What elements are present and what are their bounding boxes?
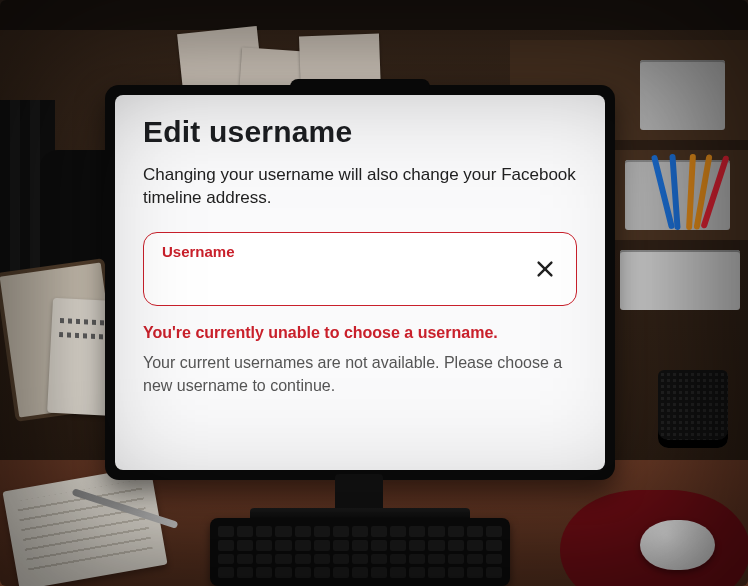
error-message: Your current usernames are not available… <box>143 352 573 397</box>
paper-stack <box>620 250 740 310</box>
dialog-title: Edit username <box>143 115 577 149</box>
username-input[interactable] <box>162 267 518 295</box>
dialog-subtitle: Changing your username will also change … <box>143 163 577 210</box>
pen-cup <box>658 370 728 448</box>
paper-stack <box>640 60 725 130</box>
monitor-notch <box>290 79 430 91</box>
edit-username-dialog: Edit username Changing your username wil… <box>115 95 605 470</box>
monitor: Edit username Changing your username wil… <box>105 85 615 480</box>
screen: Edit username Changing your username wil… <box>115 95 605 470</box>
username-label: Username <box>162 243 518 260</box>
close-icon <box>534 258 556 280</box>
error-title: You're currently unable to choose a user… <box>143 324 577 342</box>
username-field[interactable]: Username <box>143 232 577 306</box>
desk-paper <box>2 466 167 586</box>
keyboard <box>210 518 510 586</box>
clear-input-button[interactable] <box>530 254 560 284</box>
mouse <box>640 520 715 570</box>
